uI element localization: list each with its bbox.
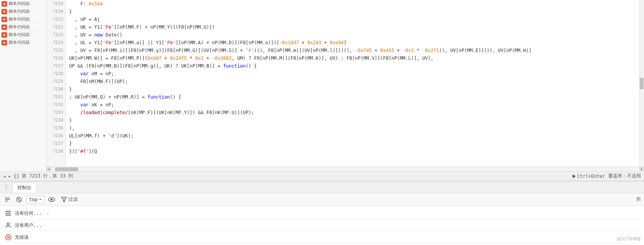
file-icon-1: ▣ [2,1,7,7]
status-left: ◂ ▸ {} 第 7213 行，第 33 列 [3,173,73,179]
no-errors-text: 无错误 [15,234,29,241]
scroll-right-button[interactable]: ▸ [639,167,644,172]
code-line-7237: } [69,140,639,148]
block-button[interactable] [15,195,23,204]
code-line-7233: /loaded|complete/[nK(MP.F)](UK[nK(MP.Y)]… [69,109,639,116]
code-line-7232: var nK = nP; [69,101,639,109]
error-icon [5,234,12,241]
code-line-7224: , UL = Y1['Fm'][nP(MM.a)] || Y1['Fm'][nP… [69,39,639,47]
console-panel: ⋮ 控制台 top ▾ [0,181,644,245]
console-message-no-user: 没有用户... [3,219,641,231]
svg-line-4 [17,198,21,201]
console-toolbar: top ▾ 过滤 所 [0,193,644,206]
no-user-text: 没有用户... [15,222,42,229]
svg-rect-1 [5,199,10,200]
filter-button[interactable]: 过滤 [59,195,80,203]
console-tabs: ⋮ 控制台 [0,182,644,193]
run-shortcut: Ctrl+Enter [577,174,605,179]
code-line-7235: ), [69,124,639,132]
code-line-7228: var nM = nP; [69,70,639,78]
svg-rect-9 [5,213,11,214]
line-numbers: 7219 7220 7221 7222 7223 7224 7225 7226 … [47,0,66,167]
list-icon [5,210,12,217]
status-bar: ◂ ▸ {} 第 7213 行，第 33 列 Ctrl+Enter 覆盖率：不适… [0,171,644,181]
code-line-7236: UL[nP(MM.f) + 'd'](UK); [69,132,639,140]
svg-rect-0 [5,198,10,198]
code-editor: 7219 7220 7221 7222 7223 7224 7225 7226 … [47,0,644,171]
code-line-7222: , UK = Y1['Fm'][nP(MM.F) + nP(MM.Y)](F0[… [69,23,639,31]
code-line-7223: , UV = new Date() [69,31,639,39]
sidebar-item-4[interactable]: ▣ 脚本代码段 [0,23,46,31]
user-icon [5,222,12,229]
console-message-no-errors: 无错误 [3,231,641,243]
coverage-label: 覆盖率：不适用 [608,173,641,179]
code-line-7229: F0[nM(MW.F)](UP); [69,78,639,85]
code-line-7221: , nP = Aj [69,16,639,23]
svg-rect-10 [5,215,11,215]
code-line-7225: , UV = F0[nP(MM.i)](F0[nP(MM.y)](F0[nP(M… [69,47,639,54]
chevron-down-icon: ▾ [39,197,42,202]
svg-rect-2 [5,201,8,202]
vertical-scrollbar[interactable] [639,0,644,167]
code-line-7230: } [69,85,639,93]
console-menu-dots[interactable]: ⋮ [3,184,9,191]
console-messages: 没有任何... › 没有用户... [0,206,644,245]
clear-icon [4,196,10,203]
console-message-no-content: 没有任何... › [3,207,641,219]
console-all-label: 所 [636,196,641,203]
code-line-7219: F: 0x544 [69,0,639,8]
horizontal-scrollbar[interactable]: ◂ ▸ [47,167,644,171]
svg-rect-8 [5,211,11,212]
sidebar-item-1[interactable]: ▣ 脚本代码段 [0,0,46,8]
console-tab[interactable]: 控制台 [12,182,36,193]
eye-icon [48,197,55,202]
svg-point-11 [7,223,9,225]
scrollbar-thumb-vertical[interactable] [640,78,644,89]
sidebar-item-6[interactable]: ▣ 脚本代码段 [0,39,46,47]
svg-marker-7 [62,197,66,202]
no-content-text: 没有任何... [15,210,42,217]
block-icon [16,196,22,203]
left-arrow-button[interactable]: ◂ [3,174,6,179]
expand-chevron[interactable]: › [47,210,49,216]
scroll-track[interactable] [51,167,639,172]
scroll-thumb-horizontal[interactable] [55,167,78,171]
code-line-7220: } [69,8,639,16]
run-button[interactable]: Ctrl+Enter [573,174,605,179]
clear-console-button[interactable] [3,195,12,204]
status-right: Ctrl+Enter 覆盖率：不适用 [573,173,641,179]
code-line-7227: UP && (F0[nP(MM.N)](F0[nP(MM.g)], UK) ? … [69,62,639,70]
sidebar: ▣ 脚本代码段 ▣ 脚本代码段 ▣ 脚本代码段 ▣ 脚本代码段 ▣ 脚本代码 [0,0,47,171]
braces-icon: {} [13,173,19,179]
eye-button[interactable] [47,195,56,204]
sidebar-item-5[interactable]: ▣ 脚本代码段 [0,31,46,39]
watermark: @51CTO博客 [617,236,641,242]
code-line-7238: })['#f'](Q [69,148,639,155]
code-lines[interactable]: F: 0x544 } , nP = Aj , UK = Y1['Fm'][nP(… [66,0,639,167]
cursor-position: 第 7213 行，第 33 列 [22,173,73,179]
run-icon [573,174,576,178]
code-line-7231: : UK[nP(MM.Q) + nP(MM.R)] = function() { [69,93,639,101]
sidebar-item-3[interactable]: ▣ 脚本代码段 [0,16,46,23]
scroll-left-button[interactable]: ◂ [47,167,51,172]
file-icon-5: ▣ [2,32,7,38]
right-arrow-button[interactable]: ▸ [8,174,11,179]
svg-point-6 [50,198,52,200]
filter-icon [61,197,67,202]
top-context-selector[interactable]: top ▾ [26,196,44,203]
file-icon-3: ▣ [2,17,7,22]
code-line-7226: UK[nP(MM.W)] = F0[nP(MM.P)](0xb8f + 0x24… [69,54,639,62]
sidebar-item-2[interactable]: ▣ 脚本代码段 [0,8,46,16]
file-icon-4: ▣ [2,24,7,30]
file-icon-2: ▣ [2,9,7,14]
code-line-7234: } [69,116,639,124]
file-icon-6: ▣ [2,40,7,45]
